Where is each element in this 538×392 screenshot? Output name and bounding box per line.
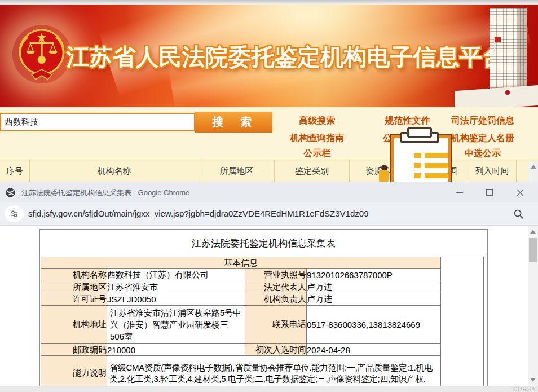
popup-content: 江苏法院委托鉴定机构信息采集表 基本信息 机构名称 西数科技（江苏）有限公司 营… [0, 226, 538, 386]
table-row: 邮政编码 210000 初次入选时间 2024-04-28 [41, 344, 484, 356]
scrollbar-thumb[interactable] [529, 238, 537, 262]
link-advanced-search[interactable]: 高级搜索 [279, 115, 355, 127]
field-label: 邮政编码 [41, 344, 107, 356]
scroll-down-icon[interactable] [530, 378, 536, 382]
search-button[interactable]: 搜 索 [195, 112, 272, 133]
zoom-button[interactable] [513, 209, 524, 222]
field-label: 能力说明 [41, 356, 107, 386]
link-dept-punish-info[interactable]: 司法厅处罚信息 [443, 115, 523, 127]
field-label: 联系电话 [245, 306, 307, 344]
table-row: 能力说明 省级CMA资质(声像资料电子数据),省质量协会推荐单位.能力范围:一,… [41, 356, 484, 386]
scroll-up-icon[interactable] [530, 230, 536, 234]
col-header-category: 鉴定类别 [275, 160, 350, 182]
col-header-region: 所属地区 [199, 160, 275, 182]
clipboard-illustration [378, 127, 448, 182]
popup-scrollbar[interactable] [528, 226, 538, 386]
tune-icon [10, 209, 19, 218]
empty-side-column [441, 257, 484, 386]
popup-titlebar[interactable]: 江苏法院委托鉴定机构信息采集表 - Google Chrome [0, 182, 538, 202]
link-public-board[interactable]: 公示栏 [279, 148, 355, 160]
col-header-org-name: 机构名称 [30, 160, 199, 182]
table-row-section: 基本信息 [41, 257, 484, 269]
site-favicon-icon [6, 188, 15, 197]
maximize-button[interactable] [478, 182, 501, 202]
table-row: 机构名称 西数科技（江苏）有限公司 营业执照号 9132010266378700… [41, 269, 484, 281]
search-input[interactable] [0, 113, 195, 131]
field-value: 卢万进 [307, 281, 441, 293]
form-title: 江苏法院委托鉴定机构信息采集表 [39, 237, 488, 250]
field-label: 法定代表人 [245, 281, 307, 293]
courthouse-building-graphic [474, 5, 538, 107]
site-title: 江苏省人民法院委托鉴定机构电子信息平台 [63, 42, 509, 73]
field-value: 江苏省淮安市 [107, 281, 245, 293]
field-value: 省级CMA资质(声像资料电子数据),省质量协会推荐单位.能力范围:一,产品质量鉴… [107, 356, 441, 386]
table-row: 机构地址 江苏省淮安市清江浦区枚皋路5号中兴（淮安）智慧产业园研发楼三506室 … [41, 306, 484, 344]
link-selection-publicity[interactable]: 中选公示 [443, 148, 523, 160]
mascot-figure-body [379, 170, 389, 182]
field-label: 机构地址 [41, 306, 107, 344]
section-header: 基本信息 [41, 257, 441, 269]
magnifier-icon [513, 209, 524, 219]
field-label: 所属地区 [41, 281, 107, 293]
popup-bottom-edge: CDRSA [0, 386, 538, 392]
watermark: CDRSA [513, 386, 536, 392]
field-value: 卢万进 [307, 293, 441, 306]
field-label: 机构负责人 [245, 293, 307, 306]
popup-window-title: 江苏法院委托鉴定机构信息采集表 - Google Chrome [21, 182, 189, 203]
field-value: JSZLJD0050 [107, 293, 245, 306]
building-tower [490, 8, 527, 94]
col-header-listed-time: 列入时间 [468, 160, 517, 182]
maximize-icon [486, 189, 493, 196]
field-value: 2024-04-28 [307, 344, 441, 356]
field-label: 初次入选时间 [245, 344, 307, 356]
page-scrollbar[interactable] [528, 161, 538, 182]
page-top-edge [0, 0, 538, 5]
field-value: 0517-83600336,13813824669 [307, 306, 441, 344]
table-row: 所属地区 江苏省淮安市 法定代表人 卢万进 [41, 281, 484, 293]
field-value: 210000 [107, 344, 245, 356]
minimize-icon [456, 192, 463, 193]
results-table-header: 序号 机构名称 所属地区 鉴定类别 资质等 围 列入时间 [0, 160, 538, 182]
field-value: 西数科技（江苏）有限公司 [107, 269, 245, 281]
field-label: 机构名称 [41, 269, 107, 281]
site-banner: 江苏省人民法院委托鉴定机构电子信息平台 [0, 5, 538, 107]
link-normative-files[interactable]: 规范性文件 [369, 115, 446, 127]
clipboard-clip-tab [407, 127, 432, 138]
popup-urlbar: sfjd.jsfy.gov.cn/sfjdOut/main/jgxx_view.… [0, 202, 538, 226]
close-button[interactable] [509, 182, 531, 202]
col-header-seq: 序号 [0, 160, 30, 182]
red-flag [495, 37, 501, 42]
minimize-button[interactable] [448, 182, 471, 202]
plaza-emblem [505, 90, 510, 95]
info-table: 基本信息 机构名称 西数科技（江苏）有限公司 营业执照号 91320102663… [41, 257, 484, 386]
field-label: 许可证号 [41, 293, 107, 306]
popup-window: 江苏法院委托鉴定机构信息采集表 - Google Chrome sfjd.jsf… [0, 182, 538, 392]
scroll-up-icon[interactable] [531, 165, 536, 169]
site-settings-chip[interactable] [5, 206, 24, 222]
field-value: 江苏省淮安市清江浦区枚皋路5号中兴（淮安）智慧产业园研发楼三506室 [107, 306, 245, 344]
close-icon [517, 189, 524, 196]
link-appraiser-roster[interactable]: 机构鉴定人名册 [443, 133, 523, 144]
field-value: 91320102663787000P [307, 269, 441, 281]
address-url[interactable]: sfjd.jsfy.gov.cn/sfjdOut/main/jgxx_view.… [28, 202, 368, 225]
search-area: 搜 索 高级搜索 机构查询指南 公示栏 规范性文件 公 司法厅处罚信息 机构鉴定… [0, 107, 538, 160]
building-plaza [455, 85, 538, 107]
table-row: 许可证号 JSZLJD0050 机构负责人 卢万进 [41, 293, 484, 306]
link-org-query-guide[interactable]: 机构查询指南 [279, 133, 355, 144]
field-label: 营业执照号 [245, 269, 307, 281]
